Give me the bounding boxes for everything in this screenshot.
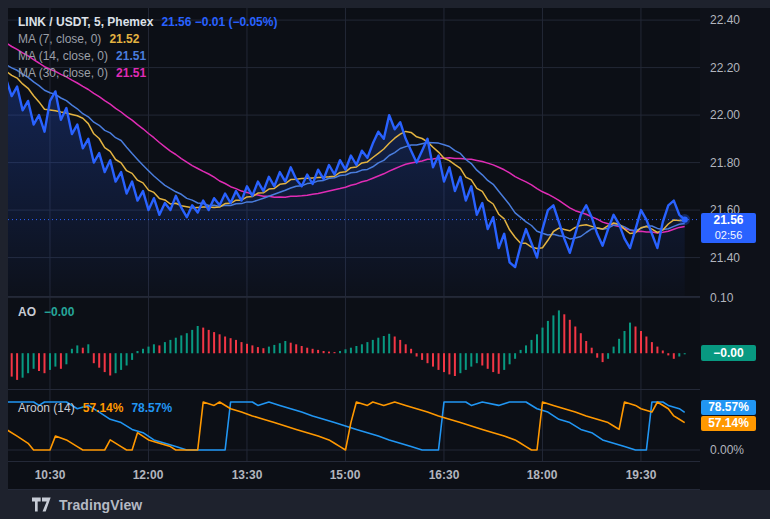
- price-axis-label: 22.40: [710, 12, 740, 28]
- ao-bar: [104, 353, 106, 372]
- ao-bar: [126, 353, 128, 365]
- pane-separator[interactable]: [8, 389, 770, 390]
- ma14-label: MA (14, close, 0): [18, 48, 108, 65]
- ao-bar: [180, 335, 182, 353]
- ao-bar: [241, 342, 243, 353]
- ma14-legend-row[interactable]: MA (14, close, 0) 21.51: [18, 48, 277, 65]
- ao-bar: [678, 353, 680, 356]
- ao-bar: [131, 353, 133, 360]
- ao-bar: [120, 353, 122, 370]
- ao-legend-row[interactable]: AO −0.00: [18, 304, 74, 321]
- ao-bar: [454, 353, 456, 376]
- price-pane[interactable]: LINK / USDT, 5, Phemex 21.56 −0.01 (−0.0…: [8, 8, 700, 297]
- ao-bar: [651, 342, 653, 353]
- ao-pane-canvas[interactable]: [8, 297, 700, 390]
- ao-bar: [301, 346, 303, 353]
- ao-pane[interactable]: AO −0.00: [8, 297, 700, 390]
- tradingview-logo-text[interactable]: TradingView: [59, 497, 142, 513]
- ao-bar: [33, 353, 35, 369]
- aroon-label: Aroon (14): [18, 400, 75, 417]
- time-axis-label: 13:30: [232, 468, 263, 482]
- ao-bar: [569, 320, 571, 353]
- ao-bar: [443, 353, 445, 372]
- ao-bar: [629, 323, 631, 354]
- ao-bar: [312, 349, 314, 354]
- ao-bar: [164, 342, 166, 353]
- ao-bar: [531, 340, 533, 353]
- ao-bar: [410, 349, 412, 354]
- ao-bar: [476, 353, 478, 363]
- aroon-blue-badge: 78.57%: [701, 400, 756, 415]
- ao-bar: [350, 348, 352, 354]
- time-axis-label: 10:30: [35, 468, 66, 482]
- ao-bar: [667, 353, 669, 355]
- ao-value: −0.00: [44, 304, 74, 321]
- ao-bar: [558, 310, 560, 353]
- ao-bar: [520, 350, 522, 353]
- ao-bar: [262, 348, 264, 353]
- ao-bar: [552, 315, 554, 353]
- price-axis-label: 21.80: [710, 155, 740, 171]
- ao-bar: [547, 321, 549, 353]
- ao-bar: [197, 326, 199, 353]
- ao-bar: [16, 353, 18, 380]
- ao-bar: [536, 334, 538, 353]
- ao-bar: [656, 347, 658, 354]
- ma7-legend-row[interactable]: MA (7, close, 0) 21.52: [18, 31, 277, 48]
- ao-bar: [175, 338, 177, 354]
- ma7-label: MA (7, close, 0): [18, 31, 101, 48]
- ao-bar: [355, 346, 357, 353]
- ao-bar: [492, 353, 494, 372]
- time-axis[interactable]: 10:3012:0013:3015:0016:3018:0019:30: [8, 462, 700, 490]
- ao-bar: [44, 353, 46, 373]
- ao-bar: [662, 351, 664, 354]
- ao-bar: [339, 351, 341, 353]
- ao-bar: [542, 328, 544, 354]
- tradingview-logo-icon[interactable]: [32, 497, 52, 512]
- ao-bar: [38, 353, 40, 371]
- ao-value-badge: −0.00: [701, 345, 756, 361]
- ao-bar: [470, 353, 472, 366]
- ao-bar: [153, 344, 155, 353]
- symbol-title: LINK / USDT, 5, Phemex: [18, 14, 153, 31]
- ao-bar: [54, 353, 56, 366]
- ao-bar: [645, 337, 647, 354]
- ao-bar: [366, 342, 368, 353]
- aroon-blue-value: 78.57%: [131, 400, 172, 417]
- ao-bar: [284, 341, 286, 353]
- current-price-value: 21.56: [701, 213, 756, 228]
- ao-bar: [525, 345, 527, 353]
- ao-bar: [158, 345, 160, 353]
- ao-bar: [202, 328, 204, 354]
- symbol-row[interactable]: LINK / USDT, 5, Phemex 21.56 −0.01 (−0.0…: [18, 14, 277, 31]
- ao-bar: [394, 337, 396, 354]
- time-axis-label: 16:30: [429, 468, 460, 482]
- ao-bar: [399, 340, 401, 353]
- time-axis-label: 18:00: [527, 468, 558, 482]
- ma30-legend-row[interactable]: MA (30, close, 0) 21.51: [18, 65, 277, 82]
- ao-bar: [109, 353, 111, 375]
- ao-bar: [514, 353, 516, 359]
- pane-separator[interactable]: [8, 296, 770, 297]
- ao-bar: [142, 349, 144, 354]
- price-axis[interactable]: 22.4022.2022.0021.8021.6021.4021.5602:56…: [700, 8, 770, 490]
- ao-bar: [224, 337, 226, 354]
- price-axis-label: 22.00: [710, 107, 740, 123]
- axis-separator: [8, 461, 770, 462]
- ao-bar: [169, 340, 171, 353]
- ao-axis-label: 0.10: [710, 290, 733, 306]
- ao-bar: [317, 350, 319, 353]
- time-axis-label: 15:00: [330, 468, 361, 482]
- ao-bar: [481, 353, 483, 365]
- ao-bar: [295, 344, 297, 353]
- ao-bar: [585, 341, 587, 353]
- tradingview-chart-widget: LINK / USDT, 5, Phemex 21.56 −0.01 (−0.0…: [0, 0, 770, 519]
- ao-bar: [427, 353, 429, 363]
- ao-bar: [98, 353, 100, 368]
- ao-bar: [87, 344, 89, 353]
- ao-bar: [186, 333, 188, 353]
- price-axis-label: 21.40: [710, 250, 740, 266]
- aroon-legend-row[interactable]: Aroon (14) 57.14% 78.57%: [18, 400, 172, 417]
- time-axis-label: 12:00: [133, 468, 164, 482]
- aroon-pane[interactable]: Aroon (14) 57.14% 78.57%: [8, 390, 700, 462]
